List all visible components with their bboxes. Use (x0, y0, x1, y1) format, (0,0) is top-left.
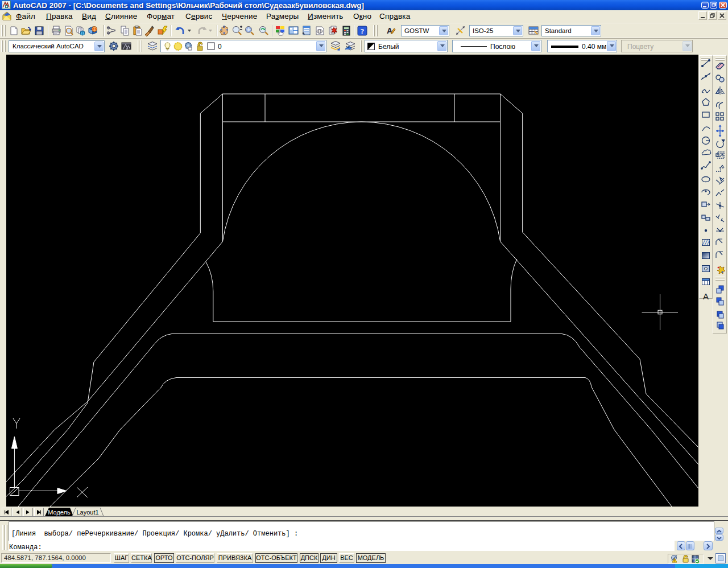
svg-text:A: A (703, 291, 709, 301)
svg-text:!: ! (674, 559, 675, 563)
svg-text:Модель: Модель (48, 509, 71, 516)
svg-text:?: ? (361, 27, 365, 35)
svg-text:Layout1: Layout1 (76, 509, 98, 516)
